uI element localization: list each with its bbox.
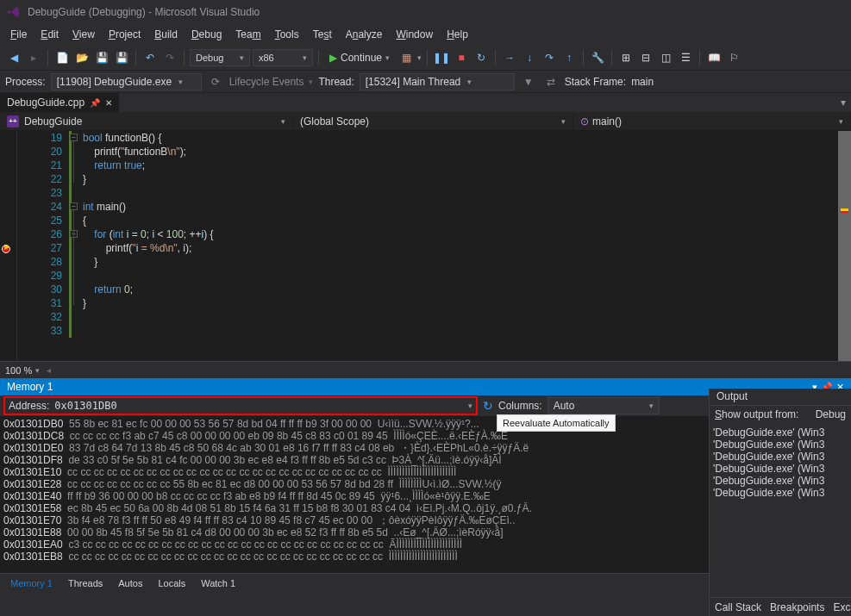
code-line[interactable]: bool functionB() { [83,131,851,145]
config-combo[interactable]: Debug [190,49,250,66]
new-file-icon[interactable]: 📄 [53,49,71,66]
menu-test[interactable]: Test [306,27,339,42]
code-line[interactable]: } [83,172,851,186]
h-scroll-left-icon[interactable]: ◂ [47,365,51,375]
close-icon[interactable]: ✕ [105,98,112,108]
bottom-tab[interactable]: Autos [111,576,149,590]
debug-tool-icon[interactable]: ▦ [397,49,415,66]
separator [495,50,496,65]
code-line[interactable]: } [83,296,851,310]
address-input[interactable] [54,400,468,412]
code-line[interactable]: { [83,214,851,227]
file-tab[interactable]: DebugGuide.cpp 📌 ✕ [0,93,119,112]
scroll-mark-current [841,208,848,211]
right-tab[interactable]: Call Stack [711,600,765,615]
menu-help[interactable]: Help [440,27,475,42]
lifecycle-icon[interactable]: ⟳ [207,73,224,90]
menu-tools[interactable]: Tools [268,27,306,42]
code-area[interactable]: bool functionB() { printf("functionB\n")… [79,131,851,361]
output-body[interactable]: 'DebugGuide.exe' (Win3'DebugGuide.exe' (… [710,423,851,597]
code-line[interactable]: return true; [83,159,851,172]
tool-icon[interactable]: ⊟ [637,49,654,66]
code-line[interactable] [83,324,851,338]
redo-icon[interactable]: ↷ [161,49,178,66]
tool-icon[interactable]: ⊞ [617,49,635,66]
thread-combo[interactable]: [15324] Main Thread [360,73,515,90]
menu-project[interactable]: Project [102,27,147,42]
bottom-tab[interactable]: Threads [61,576,110,590]
code-line[interactable] [83,310,851,324]
bottom-tab[interactable]: Locals [151,576,192,590]
tool-icon[interactable]: ☰ [677,49,694,66]
menu-analyze[interactable]: Analyze [339,27,390,42]
breakpoint-margin[interactable] [0,131,17,361]
pin-icon[interactable]: 📌 [90,98,100,108]
zoom-dropdown-icon[interactable]: ▾ [35,366,40,375]
code-line[interactable]: printf("functionB\n"); [83,145,851,159]
stackframe-value[interactable]: main [631,76,846,88]
right-tab[interactable]: Excep [829,600,851,615]
right-tab[interactable]: Breakpoints [767,600,828,615]
menu-team[interactable]: Team [228,27,267,42]
step-out-icon[interactable]: ↑ [560,49,578,66]
function-combo[interactable]: ⊙ main() [573,112,851,130]
menu-file[interactable]: File [3,27,34,42]
collapse-box-icon[interactable]: − [70,134,78,141]
menu-edit[interactable]: Edit [34,27,66,42]
stop-icon[interactable]: ■ [453,49,470,66]
open-file-icon[interactable]: 📂 [73,49,91,66]
pause-icon[interactable]: ❚❚ [433,49,450,66]
tab-dropdown-icon[interactable]: ▾ [835,96,851,109]
tool-icon[interactable]: 🔧 [589,49,606,66]
scrollbar[interactable] [838,131,851,361]
line-number: 22 [17,172,62,186]
undo-icon[interactable]: ↶ [141,49,159,66]
address-dropdown-icon[interactable]: ▾ [468,401,472,410]
code-line[interactable]: for (int i = 0; i < 100; ++i) { [83,227,851,241]
tool-icon[interactable]: 📖 [705,49,723,66]
step-into-icon[interactable]: ↓ [521,49,538,66]
continue-button[interactable]: ▶ Continue ▾ [324,48,395,67]
scope-combo[interactable]: (Global Scope) [293,112,573,130]
code-line[interactable]: } [83,255,851,269]
code-editor[interactable]: 192021222324252627282930313233 − − − boo… [0,131,851,361]
show-next-icon[interactable]: → [501,49,518,66]
bottom-tab[interactable]: Watch 1 [194,576,242,590]
menu-build[interactable]: Build [147,27,185,42]
columns-combo[interactable]: Auto [548,397,660,414]
collapse-column[interactable]: − − − [69,131,79,361]
code-line[interactable] [83,186,851,200]
nav-back-icon[interactable]: ◀ [5,49,22,66]
menu-debug[interactable]: Debug [185,27,228,42]
process-combo[interactable]: [11908] DebugGuide.exe [51,73,202,90]
bottom-tab[interactable]: Memory 1 [3,576,59,590]
code-line[interactable]: int main() [83,200,851,214]
restart-icon[interactable]: ↻ [472,49,490,66]
code-line[interactable]: return 0; [83,283,851,296]
refresh-icon[interactable]: ↻ [483,399,493,413]
output-line: 'DebugGuide.exe' (Win3 [713,475,848,487]
project-combo[interactable]: ++ DebugGuide [0,112,293,130]
output-title[interactable]: Output [710,389,851,406]
code-line[interactable] [83,269,851,283]
save-icon[interactable]: 💾 [93,49,110,66]
step-over-icon[interactable]: ↷ [541,49,558,66]
filter-icon[interactable]: ▼ [520,73,537,90]
menu-view[interactable]: View [66,27,102,42]
tool-icon[interactable]: ◫ [657,49,674,66]
nav-fwd-icon[interactable]: ▸ [25,49,42,66]
breakpoint-current-icon[interactable] [2,244,12,254]
collapse-box-icon[interactable]: − [70,202,78,210]
code-line[interactable]: printf("i = %d\n", i); [83,241,851,255]
show-output-combo[interactable]: Debug [816,408,846,420]
platform-combo[interactable]: x86 [253,49,313,66]
zoom-combo[interactable]: 100 % [5,365,32,376]
scroll-thumb[interactable] [838,131,851,361]
address-box: Address: ▾ [3,396,478,415]
menu-window[interactable]: Window [389,27,440,42]
output-line: 'DebugGuide.exe' (Win3 [713,439,848,451]
tool-icon[interactable]: ⚐ [725,49,742,66]
save-all-icon[interactable]: 💾 [113,49,130,66]
line-number: 30 [17,283,62,296]
tool-icon[interactable]: ⇄ [542,73,560,90]
